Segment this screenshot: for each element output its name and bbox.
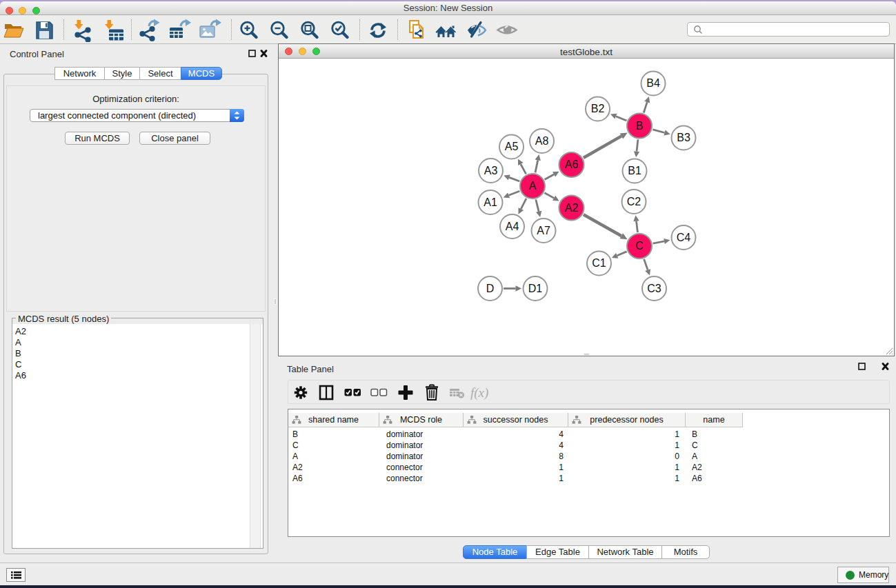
svg-text:C1: C1 <box>592 257 606 269</box>
svg-text:A6: A6 <box>565 159 579 170</box>
svg-text:D1: D1 <box>528 283 543 294</box>
svg-text:A4: A4 <box>506 221 519 232</box>
svg-text:A8: A8 <box>535 135 549 147</box>
svg-text:B3: B3 <box>677 132 690 143</box>
svg-text:B2: B2 <box>591 103 605 114</box>
svg-text:C: C <box>635 240 644 252</box>
svg-text:B1: B1 <box>628 165 641 176</box>
svg-text:D: D <box>486 283 495 294</box>
svg-text:C3: C3 <box>647 283 661 294</box>
svg-text:A2: A2 <box>565 202 579 214</box>
svg-text:f(x): f(x) <box>470 385 488 401</box>
svg-text:C2: C2 <box>627 196 641 207</box>
svg-text:C4: C4 <box>677 232 691 243</box>
svg-text:A1: A1 <box>484 196 497 208</box>
svg-text:A7: A7 <box>537 225 550 236</box>
svg-text:B4: B4 <box>646 77 660 89</box>
svg-text:A: A <box>529 180 537 192</box>
svg-text:A3: A3 <box>484 165 498 176</box>
svg-text:B: B <box>636 120 644 132</box>
svg-text:A5: A5 <box>505 141 519 152</box>
